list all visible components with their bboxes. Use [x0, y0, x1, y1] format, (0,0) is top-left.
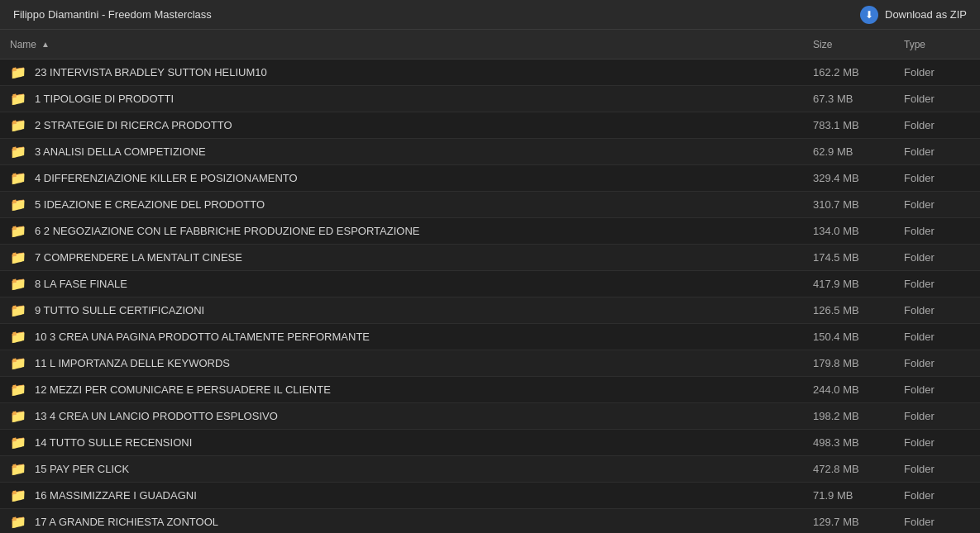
file-size: 134.0 MB	[813, 225, 904, 237]
file-type: Folder	[904, 145, 970, 158]
file-size: 310.7 MB	[813, 198, 904, 211]
file-type: Folder	[904, 331, 970, 343]
table-row[interactable]: 📁 17 A GRANDE RICHIESTA ZONTOOL 129.7 MB…	[0, 509, 980, 533]
col-type-header: Type	[904, 39, 970, 50]
file-size: 126.5 MB	[813, 304, 904, 316]
table-row[interactable]: 📁 13 4 CREA UN LANCIO PRODOTTO ESPLOSIVO…	[0, 403, 980, 430]
file-size: 244.0 MB	[813, 383, 904, 396]
file-type: Folder	[904, 436, 970, 449]
folder-icon: 📁	[10, 488, 26, 503]
table-row[interactable]: 📁 16 MASSIMIZZARE I GUADAGNI 71.9 MB Fol…	[0, 483, 980, 509]
file-size: 62.9 MB	[813, 145, 904, 158]
table-row[interactable]: 📁 3 ANALISI DELLA COMPETIZIONE 62.9 MB F…	[0, 139, 980, 165]
file-type: Folder	[904, 463, 970, 475]
download-zip-button[interactable]: ⬇ Download as ZIP	[860, 6, 967, 24]
table-row[interactable]: 📁 10 3 CREA UNA PAGINA PRODOTTO ALTAMENT…	[0, 324, 980, 350]
folder-icon: 📁	[10, 302, 26, 318]
file-name: 11 L IMPORTANZA DELLE KEYWORDS	[35, 357, 813, 369]
file-type: Folder	[904, 119, 970, 131]
file-size: 417.9 MB	[813, 278, 904, 290]
file-name: 12 MEZZI PER COMUNICARE E PERSUADERE IL …	[35, 383, 813, 396]
folder-icon: 📁	[10, 329, 26, 345]
file-name: 13 4 CREA UN LANCIO PRODOTTO ESPLOSIVO	[35, 410, 813, 422]
file-size: 174.5 MB	[813, 251, 904, 264]
folder-icon: 📁	[10, 197, 26, 212]
file-type: Folder	[904, 251, 970, 264]
table-row[interactable]: 📁 12 MEZZI PER COMUNICARE E PERSUADERE I…	[0, 377, 980, 403]
table-row[interactable]: 📁 8 LA FASE FINALE 417.9 MB Folder	[0, 271, 980, 297]
folder-icon: 📁	[10, 355, 26, 371]
file-type: Folder	[904, 198, 970, 211]
file-name: 17 A GRANDE RICHIESTA ZONTOOL	[35, 516, 813, 528]
file-name: 15 PAY PER CLICK	[35, 463, 813, 475]
table-row[interactable]: 📁 5 IDEAZIONE E CREAZIONE DEL PRODOTTO 3…	[0, 192, 980, 218]
file-name: 1 TIPOLOGIE DI PRODOTTI	[35, 93, 813, 105]
file-name: 4 DIFFERENZIAZIONE KILLER E POSIZIONAMEN…	[35, 172, 813, 184]
folder-icon: 📁	[10, 514, 26, 530]
file-list: 📁 23 INTERVISTA BRADLEY SUTTON HELIUM10 …	[0, 59, 980, 533]
download-icon: ⬇	[860, 6, 878, 24]
folder-icon: 📁	[10, 117, 26, 133]
file-name: 3 ANALISI DELLA COMPETIZIONE	[35, 145, 813, 158]
file-size: 71.9 MB	[813, 489, 904, 502]
table-row[interactable]: 📁 11 L IMPORTANZA DELLE KEYWORDS 179.8 M…	[0, 350, 980, 377]
file-size: 783.1 MB	[813, 119, 904, 131]
table-row[interactable]: 📁 4 DIFFERENZIAZIONE KILLER E POSIZIONAM…	[0, 165, 980, 192]
col-size-header: Size	[813, 39, 904, 50]
file-name: 10 3 CREA UNA PAGINA PRODOTTO ALTAMENTE …	[35, 331, 813, 343]
file-type: Folder	[904, 225, 970, 237]
file-type: Folder	[904, 278, 970, 290]
table-row[interactable]: 📁 14 TUTTO SULLE RECENSIONI 498.3 MB Fol…	[0, 430, 980, 456]
folder-icon: 📁	[10, 144, 26, 159]
table-row[interactable]: 📁 2 STRATEGIE DI RICERCA PRODOTTO 783.1 …	[0, 112, 980, 139]
file-type: Folder	[904, 516, 970, 528]
file-size: 498.3 MB	[813, 436, 904, 449]
table-row[interactable]: 📁 1 TIPOLOGIE DI PRODOTTI 67.3 MB Folder	[0, 86, 980, 112]
file-size: 129.7 MB	[813, 516, 904, 528]
file-name: 16 MASSIMIZZARE I GUADAGNI	[35, 489, 813, 502]
sort-arrow-icon: ▲	[41, 40, 50, 49]
folder-icon: 📁	[10, 64, 26, 80]
file-size: 150.4 MB	[813, 331, 904, 343]
table-row[interactable]: 📁 23 INTERVISTA BRADLEY SUTTON HELIUM10 …	[0, 59, 980, 86]
file-size: 472.8 MB	[813, 463, 904, 475]
folder-icon: 📁	[10, 91, 26, 107]
file-name: 23 INTERVISTA BRADLEY SUTTON HELIUM10	[35, 66, 813, 79]
file-type: Folder	[904, 93, 970, 105]
file-type: Folder	[904, 66, 970, 79]
folder-icon: 📁	[10, 408, 26, 424]
file-size: 198.2 MB	[813, 410, 904, 422]
file-name: 7 COMPRENDERE LA MENTALIT CINESE	[35, 251, 813, 264]
file-name: 8 LA FASE FINALE	[35, 278, 813, 290]
folder-icon: 📁	[10, 276, 26, 292]
file-size: 162.2 MB	[813, 66, 904, 79]
file-name: 2 STRATEGIE DI RICERCA PRODOTTO	[35, 119, 813, 131]
app-header: Filippo Diamantini - Freedom Masterclass…	[0, 0, 980, 30]
folder-icon: 📁	[10, 435, 26, 450]
table-row[interactable]: 📁 6 2 NEGOZIAZIONE CON LE FABBRICHE PROD…	[0, 218, 980, 245]
file-type: Folder	[904, 172, 970, 184]
folder-icon: 📁	[10, 461, 26, 477]
file-type: Folder	[904, 489, 970, 502]
file-size: 179.8 MB	[813, 357, 904, 369]
file-type: Folder	[904, 383, 970, 396]
file-type: Folder	[904, 357, 970, 369]
file-size: 67.3 MB	[813, 93, 904, 105]
file-type: Folder	[904, 304, 970, 316]
file-type: Folder	[904, 410, 970, 422]
table-row[interactable]: 📁 7 COMPRENDERE LA MENTALIT CINESE 174.5…	[0, 245, 980, 271]
folder-icon: 📁	[10, 223, 26, 239]
folder-icon: 📁	[10, 382, 26, 397]
file-name: 6 2 NEGOZIAZIONE CON LE FABBRICHE PRODUZ…	[35, 225, 813, 237]
file-name: 5 IDEAZIONE E CREAZIONE DEL PRODOTTO	[35, 198, 813, 211]
folder-icon: 📁	[10, 250, 26, 265]
folder-icon: 📁	[10, 170, 26, 186]
table-row[interactable]: 📁 9 TUTTO SULLE CERTIFICAZIONI 126.5 MB …	[0, 297, 980, 324]
col-name-header[interactable]: Name ▲	[10, 39, 813, 50]
download-label: Download as ZIP	[885, 8, 967, 21]
file-size: 329.4 MB	[813, 172, 904, 184]
page-title: Filippo Diamantini - Freedom Masterclass	[13, 8, 212, 21]
file-name: 9 TUTTO SULLE CERTIFICAZIONI	[35, 304, 813, 316]
column-header-row: Name ▲ Size Type	[0, 30, 980, 59]
table-row[interactable]: 📁 15 PAY PER CLICK 472.8 MB Folder	[0, 456, 980, 483]
